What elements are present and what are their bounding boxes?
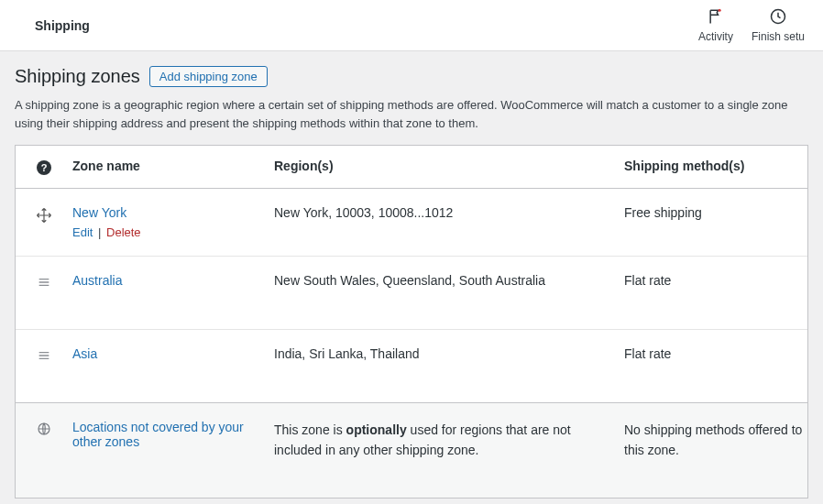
- zone-name-cell: New YorkEdit | Delete: [72, 205, 274, 239]
- page-title: Shipping: [35, 18, 90, 33]
- globe-icon: [37, 422, 51, 439]
- table-row: AsiaIndia, Sri Lanka, ThailandFlat rate: [16, 330, 807, 402]
- drag-handle-cell: [16, 205, 72, 226]
- column-header-name: Zone name: [72, 159, 274, 173]
- activity-label: Activity: [698, 30, 733, 43]
- help-icon[interactable]: ?: [37, 160, 51, 175]
- default-zone-link[interactable]: Locations not covered by your other zone…: [72, 420, 244, 449]
- finish-setup-label: Finish setu: [752, 30, 805, 43]
- activity-button[interactable]: Activity: [698, 7, 733, 43]
- heading-row: Shipping zones Add shipping zone: [15, 66, 808, 87]
- zone-methods-cell: Flat rate: [624, 346, 807, 361]
- add-shipping-zone-button[interactable]: Add shipping zone: [149, 66, 268, 87]
- column-header-methods: Shipping method(s): [624, 159, 807, 173]
- clock-icon: [769, 7, 787, 28]
- zone-regions-cell: New South Wales, Queensland, South Austr…: [274, 273, 624, 288]
- table-row: AustraliaNew South Wales, Queensland, So…: [16, 257, 807, 330]
- table-header-row: ? Zone name Region(s) Shipping method(s): [16, 146, 807, 189]
- zone-link[interactable]: Australia: [72, 273, 122, 288]
- zone-methods-cell: Flat rate: [624, 273, 807, 288]
- zone-link[interactable]: Asia: [72, 346, 97, 361]
- zone-regions-cell: New York, 10003, 10008...1012: [274, 205, 624, 220]
- zone-name-cell: Asia: [72, 346, 274, 361]
- zone-name-cell: Australia: [72, 273, 274, 288]
- section-heading: Shipping zones: [15, 66, 140, 87]
- column-header-regions: Region(s): [274, 159, 624, 173]
- hamburger-icon[interactable]: [37, 275, 51, 292]
- drag-handle-cell: [16, 346, 72, 366]
- zone-methods-cell: Free shipping: [624, 205, 807, 220]
- content: Shipping zones Add shipping zone A shipp…: [0, 51, 823, 504]
- default-zone-icon-cell: [16, 420, 72, 439]
- table-row: New YorkEdit | DeleteNew York, 10003, 10…: [16, 189, 807, 257]
- default-zone-regions-cell: This zone is optionally used for regions…: [274, 420, 624, 461]
- topbar: Shipping Activity Finish setu: [0, 0, 823, 51]
- hamburger-icon[interactable]: [37, 348, 51, 366]
- help-column: ?: [16, 159, 72, 175]
- svg-point-0: [719, 9, 721, 12]
- flag-icon: [707, 7, 725, 28]
- finish-setup-button[interactable]: Finish setu: [752, 7, 805, 43]
- edit-link[interactable]: Edit: [72, 225, 93, 239]
- row-actions: Edit | Delete: [72, 225, 265, 239]
- default-zone-row: Locations not covered by your other zone…: [16, 402, 807, 498]
- section-description: A shipping zone is a geographic region w…: [15, 96, 808, 132]
- default-zone-methods-cell: No shipping methods offered to this zone…: [624, 420, 807, 461]
- move-icon[interactable]: [36, 207, 52, 226]
- default-zone-name-cell: Locations not covered by your other zone…: [72, 420, 274, 449]
- zone-regions-cell: India, Sri Lanka, Thailand: [274, 346, 624, 361]
- shipping-zones-table: ? Zone name Region(s) Shipping method(s)…: [15, 145, 808, 499]
- drag-handle-cell: [16, 273, 72, 292]
- delete-link[interactable]: Delete: [106, 225, 141, 239]
- zone-link[interactable]: New York: [72, 205, 126, 220]
- topbar-actions: Activity Finish setu: [698, 7, 805, 43]
